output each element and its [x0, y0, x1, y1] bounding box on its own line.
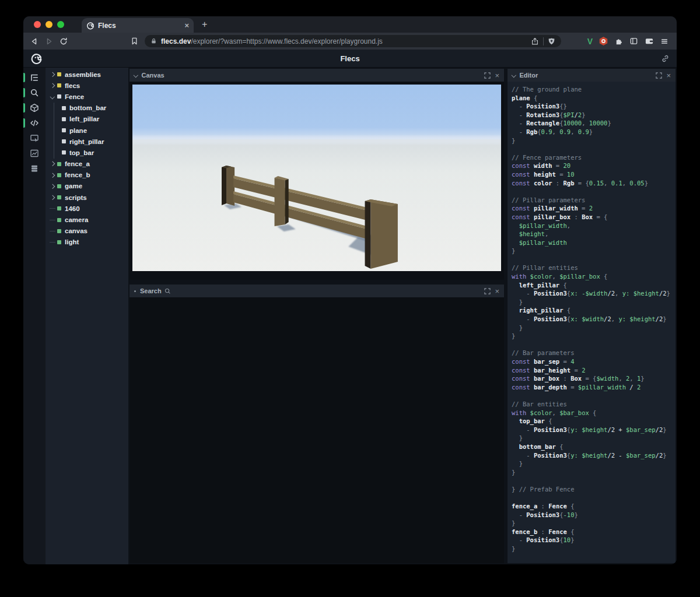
code-line: // Pillar entities	[512, 264, 676, 272]
canvas-3d-viewport[interactable]	[130, 82, 504, 280]
address-bar[interactable]: flecs.dev/explorer/?wasm=https://www.fle…	[145, 35, 561, 47]
tree-item-label: canvas	[65, 227, 88, 234]
close-window-button[interactable]	[34, 21, 41, 28]
bookmark-icon[interactable]	[129, 36, 139, 47]
entity-kind-dot	[57, 162, 61, 166]
url-text: flecs.dev/explorer/?wasm=https://www.fle…	[161, 37, 527, 45]
tree-item-assemblies[interactable]: assemblies	[46, 69, 128, 80]
code-line: $pillar_width,	[512, 222, 676, 230]
code-line: with $color, $pillar_box {	[512, 272, 676, 281]
browser-tab[interactable]: Flecs ×	[82, 18, 194, 33]
activity-code-button[interactable]	[23, 115, 46, 131]
code-line: // The ground plane	[512, 85, 676, 94]
tree-item-camera[interactable]: camera	[46, 214, 128, 225]
tree-item-canvas[interactable]: canvas	[46, 226, 128, 237]
tree-marker	[53, 103, 61, 114]
browser-window: Flecs × + flecs.dev/explorer/?wasm=https…	[23, 16, 677, 564]
tree-item-1460[interactable]: 1460	[46, 203, 128, 214]
tree-item-left_pillar[interactable]: left_pillar	[46, 114, 128, 125]
activity-tables-button[interactable]	[23, 161, 46, 176]
code-line: right_pillar {	[512, 306, 676, 315]
search-panel-header[interactable]: Search ×	[130, 285, 504, 297]
editor-fullscreen-button[interactable]	[656, 72, 662, 79]
code-icon	[30, 118, 39, 128]
editor-panel-header[interactable]: Editor ×	[508, 69, 676, 82]
code-line: // Pillar parameters	[512, 196, 676, 205]
tree-item-label: plane	[69, 127, 87, 134]
code-line: with $color, $bar_box {	[512, 409, 676, 417]
main-area: Canvas ×	[128, 68, 677, 564]
address-bar-divider	[543, 37, 544, 45]
activity-screen-capture-button[interactable]	[23, 131, 46, 146]
forward-button[interactable]	[44, 36, 54, 47]
share-link-icon[interactable]	[661, 54, 670, 63]
code-line: - Position3{y: $height/2 + $bar_sep/2}	[512, 426, 676, 434]
code-line: $height,	[512, 230, 676, 238]
entity-kind-dot	[57, 206, 61, 210]
extension-icons: V	[587, 37, 671, 46]
extensions-puzzle-icon[interactable]	[614, 37, 623, 45]
tree-marker	[53, 136, 61, 147]
back-button[interactable]	[29, 36, 40, 47]
reload-button[interactable]	[58, 36, 69, 47]
code-line: }	[512, 545, 676, 553]
activity-search-button[interactable]	[23, 85, 46, 100]
canvas-panel-header[interactable]: Canvas ×	[130, 69, 504, 82]
entity-kind-dot	[57, 229, 61, 233]
red-extension-icon[interactable]	[599, 37, 608, 45]
search-fullscreen-button[interactable]	[484, 288, 491, 294]
share-icon[interactable]	[531, 37, 539, 45]
tree-item-game[interactable]: game	[46, 181, 128, 192]
vue-devtools-extension-icon[interactable]: V	[587, 37, 593, 46]
search-close-button[interactable]: ×	[495, 287, 499, 295]
code-line	[512, 187, 676, 196]
zoom-window-button[interactable]	[57, 21, 64, 28]
activity-stats-button[interactable]	[23, 146, 46, 161]
tree-item-label: 1460	[65, 205, 80, 212]
chevron-right-icon	[50, 83, 55, 88]
tree-item-Fence[interactable]: Fence	[46, 91, 128, 102]
tree-item-top_bar[interactable]: top_bar	[46, 147, 128, 158]
left-column: Canvas ×	[130, 69, 504, 563]
wallet-icon[interactable]	[645, 37, 654, 45]
code-line: // Fence parameters	[512, 153, 676, 162]
activity-entity-tree-button[interactable]	[23, 70, 46, 85]
sidebar-icon[interactable]	[629, 37, 638, 45]
canvas-close-button[interactable]: ×	[495, 72, 499, 79]
menu-icon[interactable]	[660, 37, 668, 45]
app-content: assembliesflecsFencebottom_barleft_pilla…	[23, 68, 677, 564]
brave-shield-icon[interactable]	[548, 37, 555, 45]
active-indicator	[23, 88, 25, 97]
tree-item-fence_a[interactable]: fence_a	[46, 159, 128, 170]
tree-guide-line	[54, 125, 54, 136]
code-line: fence_a : Fence {	[512, 502, 676, 511]
canvas-fullscreen-button[interactable]	[484, 72, 491, 79]
chevron-down-icon	[512, 73, 516, 78]
window-controls	[23, 16, 64, 33]
code-line: const bar_sep = 4	[512, 357, 676, 366]
tree-item-plane[interactable]: plane	[46, 125, 128, 136]
code-line: - Position3{}	[512, 102, 676, 111]
code-area[interactable]: // The ground planeplane { - Position3{}…	[512, 85, 676, 553]
tree-item-scripts[interactable]: scripts	[46, 192, 128, 203]
editor-close-button[interactable]: ×	[666, 72, 671, 79]
tab-strip: Flecs × +	[23, 16, 677, 33]
activity-scene-button[interactable]	[23, 100, 46, 115]
tree-item-right_pillar[interactable]: right_pillar	[46, 136, 128, 147]
entity-kind-dot	[62, 128, 66, 132]
tree-item-label: right_pillar	[69, 138, 104, 145]
tree-item-fence_b[interactable]: fence_b	[46, 170, 128, 181]
new-tab-button[interactable]: +	[202, 19, 207, 33]
search-results-area[interactable]	[130, 297, 504, 563]
code-line: }	[512, 459, 676, 468]
code-line: const bar_depth = $pillar_width / 2	[512, 383, 676, 392]
tree-item-light[interactable]: light	[46, 237, 128, 248]
tree-marker	[48, 237, 56, 248]
tree-item-bottom_bar[interactable]: bottom_bar	[46, 103, 128, 114]
tab-close-icon[interactable]: ×	[184, 22, 189, 29]
tree-marker	[48, 159, 56, 170]
active-indicator	[23, 73, 25, 82]
entity-kind-dot	[57, 83, 61, 87]
tree-item-flecs[interactable]: flecs	[46, 80, 128, 91]
minimize-window-button[interactable]	[46, 21, 52, 28]
